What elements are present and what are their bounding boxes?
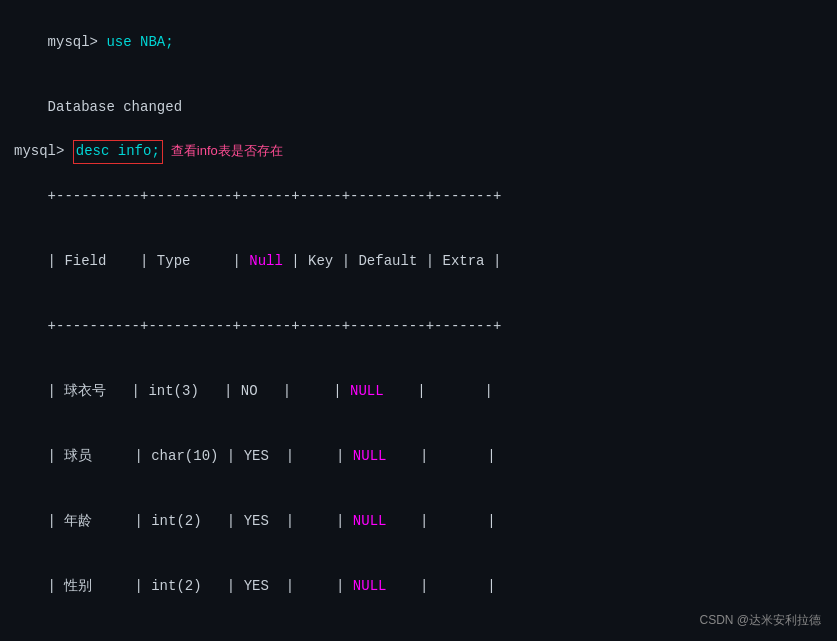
table-border-mid: +----------+----------+------+-----+----… — [14, 294, 823, 359]
terminal-window: mysql> use NBA; Database changed mysql> … — [0, 0, 837, 641]
cmd-1: use NBA; — [106, 34, 173, 50]
line-3: mysql> desc info;查看info表是否存在 — [14, 140, 823, 164]
table-row-2: | 球员 | char(10) | YES | | NULL | | — [14, 424, 823, 489]
table-border-top: +----------+----------+------+-----+----… — [14, 164, 823, 229]
annotation-1: 查看info表是否存在 — [171, 141, 283, 161]
watermark: CSDN @达米安利拉德 — [699, 612, 821, 629]
table-row-3: | 年龄 | int(2) | YES | | NULL | | — [14, 489, 823, 554]
table-row-1: | 球衣号 | int(3) | NO | | NULL | | — [14, 359, 823, 424]
line-2: Database changed — [14, 75, 823, 140]
db-changed-text: Database changed — [48, 99, 182, 115]
prompt-3: mysql> — [14, 141, 73, 163]
table-header: | Field | Type | Null | Key | Default | … — [14, 229, 823, 294]
cmd-box-desc1: desc info; — [73, 140, 163, 164]
prompt-1: mysql> — [48, 34, 107, 50]
line-1: mysql> use NBA; — [14, 10, 823, 75]
table-row-4: | 性别 | int(2) | YES | | NULL | | — [14, 554, 823, 619]
